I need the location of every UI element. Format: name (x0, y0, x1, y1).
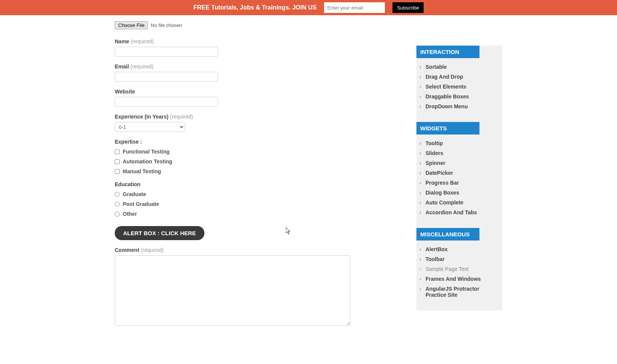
sidebar-item-auto-complete[interactable]: Auto Complete (419, 198, 499, 207)
experience-label: Experience (In Years) (required) (115, 114, 401, 120)
choose-file-button[interactable]: Choose File (115, 21, 148, 29)
other-radio[interactable] (115, 212, 120, 217)
postgraduate-label: Post Graduate (123, 201, 159, 207)
manual-testing-checkbox[interactable] (115, 169, 120, 174)
sidebar-item-dialog-boxes[interactable]: Dialog Boxes (419, 188, 499, 198)
email-label: Email (required) (115, 63, 401, 70)
manual-testing-label: Manual Testing (123, 168, 161, 174)
other-label: Other (123, 211, 137, 217)
sidebar-item-select-elements[interactable]: Select Elements (419, 82, 499, 92)
sidebar: INTERACTION Sortable Drag And Drop Selec… (416, 46, 502, 310)
sidebar-item-spinner[interactable]: Spinner (419, 158, 499, 168)
experience-select[interactable]: 0-1 (115, 122, 185, 132)
subscribe-button[interactable]: Subscribe (392, 2, 424, 13)
sidebar-item-frames-windows[interactable]: Frames And Windows (419, 274, 499, 284)
name-label: Name (required) (115, 38, 401, 44)
sidebar-item-tooltip[interactable]: Tooltip (419, 138, 499, 148)
no-file-text: No file chosen (151, 22, 182, 28)
file-upload-row: Choose File No file chosen (115, 21, 401, 29)
graduate-radio[interactable] (115, 192, 120, 197)
sidebar-item-dropdown-menu[interactable]: DropDown Menu (419, 101, 499, 111)
email-input[interactable] (115, 72, 218, 82)
automation-testing-label: Automation Testing (123, 158, 172, 165)
sidebar-item-sortable[interactable]: Sortable (419, 62, 499, 72)
sidebar-item-sliders[interactable]: Sliders (419, 148, 499, 158)
functional-testing-checkbox[interactable] (115, 149, 120, 154)
functional-testing-label: Functional Testing (123, 149, 169, 155)
website-label: Website (115, 89, 401, 95)
alert-box-button[interactable]: ALERT BOX : CLICK HERE (115, 226, 204, 240)
sidebar-item-alertbox[interactable]: AlertBox (419, 244, 499, 254)
expertise-label: Expertise : (115, 139, 401, 145)
banner-text: FREE Tutorials, Jobs & Trainings. JOIN U… (193, 4, 316, 11)
top-banner: FREE Tutorials, Jobs & Trainings. JOIN U… (0, 0, 617, 15)
sidebar-item-toolbar[interactable]: Toolbar (419, 254, 499, 264)
automation-testing-checkbox[interactable] (115, 159, 120, 164)
education-label: Education (115, 181, 401, 187)
sidebar-item-draggable-boxes[interactable]: Draggable Boxes (419, 92, 499, 101)
main-form: Choose File No file chosen Name (require… (115, 18, 416, 355)
sidebar-item-drag-and-drop[interactable]: Drag And Drop (419, 72, 499, 82)
sidebar-item-accordion-tabs[interactable]: Accordion And Tabs (419, 207, 499, 217)
sidebar-item-sample-page-test[interactable]: Sample Page Test (419, 264, 499, 274)
graduate-label: Graduate (123, 191, 146, 197)
postgraduate-radio[interactable] (115, 202, 120, 207)
website-input[interactable] (115, 97, 218, 107)
comment-label: Comment (required) (115, 247, 401, 253)
sidebar-header-interaction: INTERACTION (416, 46, 479, 58)
sidebar-header-misc: MISCELLANEOUS (416, 228, 479, 241)
banner-email-input[interactable] (324, 2, 385, 13)
name-input[interactable] (115, 47, 218, 57)
sidebar-item-progress-bar[interactable]: Progress Bar (419, 178, 499, 188)
sidebar-item-angularjs-protractor[interactable]: AngularJS Protractor Practice Site (419, 284, 499, 300)
sidebar-item-datepicker[interactable]: DatePicker (419, 168, 499, 178)
sidebar-header-widgets: WIDGETS (416, 122, 479, 135)
comment-textarea[interactable] (115, 255, 350, 326)
